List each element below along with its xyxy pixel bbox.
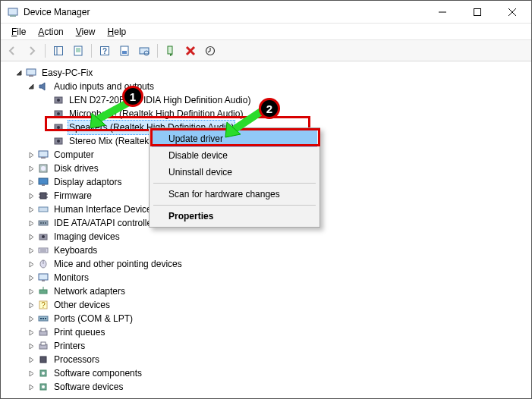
expander-icon[interactable] — [27, 353, 36, 366]
category-label: IDE ATA/ATAPI controlle — [52, 216, 153, 230]
maximize-button[interactable] — [460, 1, 495, 24]
tool-button-6[interactable] — [116, 42, 133, 59]
tree-category[interactable]: Ports (COM & LPT) — [2, 312, 530, 325]
minimize-button[interactable] — [425, 1, 460, 24]
device-label: Stereo Mix (Realtek H — [68, 134, 159, 148]
forward-button[interactable] — [24, 42, 40, 59]
svg-point-23 — [57, 99, 60, 102]
category-label: Software devices — [52, 380, 124, 394]
ctx-uninstall-device[interactable]: Uninstall device — [152, 164, 317, 181]
expander-icon[interactable] — [27, 175, 36, 189]
expander-icon[interactable] — [27, 339, 36, 353]
category-icon — [37, 313, 49, 325]
expander-icon[interactable] — [27, 325, 36, 339]
tree-category[interactable]: Software devices — [2, 380, 530, 394]
menu-action[interactable]: Action — [32, 25, 69, 39]
category-label: Firmware — [52, 189, 93, 203]
tree-category[interactable]: ?Other devices — [2, 298, 530, 312]
ctx-separator — [153, 205, 316, 206]
svg-point-33 — [41, 166, 46, 171]
tree-category[interactable]: Software components — [2, 366, 530, 380]
tree-root[interactable]: Easy-PC-Fix — [2, 66, 530, 80]
svg-rect-35 — [42, 184, 45, 186]
close-button[interactable] — [495, 1, 530, 24]
enable-device-button[interactable] — [162, 42, 179, 59]
tree-category[interactable]: Printers — [2, 339, 530, 353]
svg-rect-8 — [74, 46, 82, 55]
expander-icon[interactable] — [27, 80, 36, 93]
expander-icon[interactable] — [27, 366, 36, 380]
menu-help[interactable]: Help — [102, 25, 133, 39]
svg-text:?: ? — [102, 47, 107, 55]
context-menu: Update driver Disable device Uninstall d… — [149, 127, 320, 228]
svg-point-25 — [57, 112, 60, 115]
ctx-item-label: Scan for hardware changes — [168, 189, 280, 200]
svg-point-44 — [42, 222, 44, 224]
scan-hardware-button[interactable] — [136, 42, 153, 59]
tree-category[interactable]: Print queues — [2, 325, 530, 339]
expander-icon[interactable] — [27, 148, 36, 162]
annotation-badge-2: 2 — [259, 98, 280, 119]
tree-category[interactable]: Processors — [2, 353, 530, 366]
show-hide-tree-button[interactable] — [50, 42, 67, 59]
expander-icon[interactable] — [27, 284, 36, 298]
menu-file[interactable]: File — [5, 25, 32, 39]
svg-rect-15 — [122, 51, 127, 54]
svg-rect-3 — [474, 8, 481, 15]
svg-point-29 — [57, 140, 60, 143]
svg-point-27 — [57, 126, 60, 129]
update-driver-button[interactable] — [202, 42, 219, 59]
svg-rect-64 — [41, 328, 46, 331]
expander-icon[interactable] — [27, 189, 36, 203]
properties-button[interactable] — [70, 42, 87, 59]
svg-rect-30 — [39, 151, 48, 157]
ctx-item-label: Properties — [168, 211, 213, 221]
category-icon — [37, 340, 49, 352]
ctx-item-label: Update driver — [168, 134, 223, 144]
category-label: Display adaptors — [52, 175, 123, 189]
menu-view[interactable]: View — [70, 25, 102, 39]
uninstall-device-button[interactable] — [182, 42, 199, 59]
ctx-properties[interactable]: Properties — [152, 208, 317, 225]
expander-icon[interactable] — [27, 230, 36, 243]
expander-icon[interactable] — [27, 312, 36, 325]
category-icon — [37, 149, 49, 161]
category-label: Mice and other pointing devices — [52, 257, 184, 271]
svg-rect-61 — [42, 318, 44, 319]
expander-icon[interactable] — [27, 257, 36, 271]
category-icon — [37, 176, 49, 188]
tree-category[interactable]: Mice and other pointing devices — [2, 257, 530, 271]
expander-icon[interactable] — [27, 203, 36, 216]
category-icon — [37, 285, 49, 297]
back-button[interactable] — [4, 42, 20, 59]
svg-point-71 — [42, 385, 45, 388]
category-label: Software components — [52, 366, 143, 380]
expander-icon[interactable] — [27, 162, 36, 175]
category-icon — [37, 326, 49, 338]
category-label: Human Interface Device — [52, 203, 153, 216]
tree-category[interactable]: Network adapters — [2, 284, 530, 298]
expander-icon[interactable] — [14, 66, 24, 80]
ctx-scan-hardware[interactable]: Scan for hardware changes — [152, 186, 317, 203]
expander-icon[interactable] — [27, 216, 36, 230]
category-label: Other devices — [52, 298, 112, 312]
category-icon — [37, 244, 49, 256]
title-bar: Device Manager — [1, 1, 531, 24]
expander-icon[interactable] — [27, 243, 36, 257]
svg-rect-6 — [55, 46, 63, 55]
tree-category[interactable]: Imaging devices — [2, 230, 530, 243]
category-label: Processors — [52, 353, 101, 366]
expander-icon[interactable] — [27, 271, 36, 284]
svg-rect-20 — [27, 69, 36, 75]
ctx-disable-device[interactable]: Disable device — [152, 147, 317, 164]
tree-category[interactable]: Keyboards — [2, 243, 530, 257]
category-label: Network adapters — [52, 284, 127, 298]
expander-icon[interactable] — [27, 380, 36, 394]
tree-category[interactable]: Monitors — [2, 271, 530, 284]
category-label: Print queues — [52, 325, 106, 339]
expander-icon[interactable] — [27, 298, 36, 312]
tree-category-audio[interactable]: Audio inputs and outputs — [2, 80, 530, 93]
svg-rect-0 — [8, 8, 17, 15]
category-icon — [37, 203, 49, 215]
help-button[interactable]: ? — [96, 42, 113, 59]
